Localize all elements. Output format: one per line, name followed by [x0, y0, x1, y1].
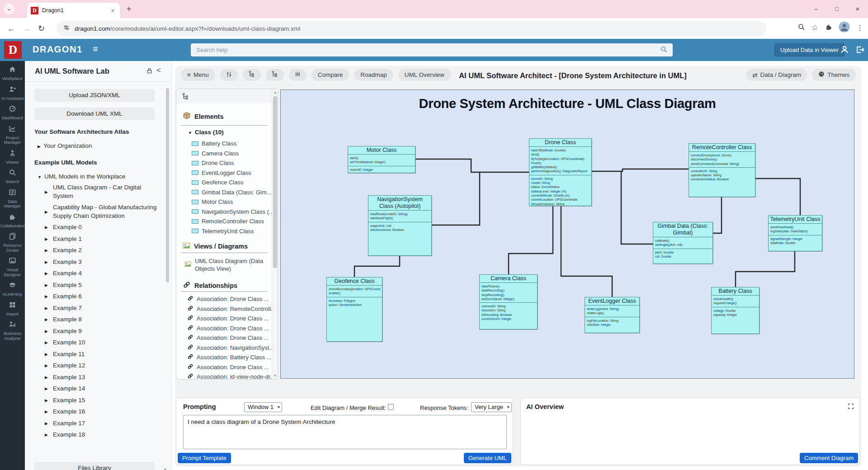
relationship-item-8[interactable]: Association: id-view-node-dr... — [187, 372, 274, 380]
lock-icon[interactable] — [146, 67, 153, 76]
tree-item-example-12[interactable]: ▶Example 12 — [45, 362, 163, 370]
rail-item-dashboard[interactable]: Dashboard — [0, 105, 25, 121]
comment-diagram-button[interactable]: Comment Diagram — [800, 453, 858, 463]
relationship-item-1[interactable]: Association: RemoteControll... — [187, 304, 274, 314]
uml-class-battery-class[interactable]: Battery ClasscheckHealth()requestCharge(… — [711, 287, 760, 334]
address-bar[interactable]: dragon1.com/core/modules/ai/uml-editor.a… — [57, 21, 766, 36]
data-diagram-toggle-button[interactable]: ⇄Data / Diagram — [746, 69, 807, 81]
search-icon[interactable] — [660, 46, 667, 55]
files-library-button[interactable]: Files Library — [34, 462, 155, 470]
rail-item-viewer[interactable]: Viewer — [0, 149, 25, 165]
panel-scrollbar[interactable] — [166, 88, 169, 282]
association-connector-5[interactable] — [592, 169, 689, 171]
association-connector-9[interactable] — [736, 251, 795, 287]
uml-class-motor-class[interactable]: Motor Classstart()setThrottle(level: Int… — [348, 146, 415, 173]
tree-item-example-5[interactable]: ▶Example 5 — [45, 281, 163, 290]
window-minimize-button[interactable]: – — [806, 0, 826, 18]
tree-item-example-17[interactable]: ▶Example 17 — [45, 419, 163, 428]
class-item-drone-class[interactable]: Drone Class — [192, 158, 273, 168]
relationship-item-4[interactable]: Association: Drone Class ... — [187, 333, 274, 343]
scroll-down-chevron-icon[interactable]: ⌄ — [163, 465, 168, 470]
upload-data-in-viewer-button[interactable]: Upload Data in Viewer — [774, 43, 844, 56]
response-tokens-select[interactable]: Very Large — [471, 402, 512, 412]
relationship-item-0[interactable]: Association: Drone Class ... — [187, 294, 274, 304]
explorer-scrollbar[interactable]: ▲ ▼ — [272, 89, 278, 379]
rail-item-visual-designer[interactable]: Visual Designer — [0, 257, 25, 277]
relationship-item-3[interactable]: Association: Drone Class ... — [187, 324, 274, 334]
uml-class-remotecontroller-class[interactable]: RemoteController ClassconnectDrone(drone… — [689, 143, 755, 197]
association-connector-8[interactable] — [755, 179, 800, 215]
class-group-header[interactable]: ▼Class (10) — [188, 129, 224, 136]
forward-icon[interactable]: → — [23, 24, 31, 33]
association-connector-4[interactable] — [561, 206, 612, 297]
tab-search-button[interactable]: ⌄ — [4, 4, 14, 14]
user-account-icon[interactable] — [840, 45, 849, 56]
reload-icon[interactable]: ↻ — [38, 24, 45, 33]
browser-tab[interactable]: D Dragon1 × — [27, 3, 120, 18]
class-item-eventlogger-class[interactable]: EventLogger Class — [192, 168, 273, 178]
class-item-gimbal-data-class-gim[interactable]: Gimbal Data (Class: Gim... — [192, 188, 273, 197]
relationship-item-5[interactable]: Association: NavigationSyst... — [187, 343, 274, 353]
zoom-lens-icon[interactable] — [797, 23, 805, 33]
rail-item-ai-assistant[interactable]: AI Assistant — [0, 85, 25, 101]
tree-item-example-4[interactable]: ▶Example 4 — [45, 269, 163, 278]
window-select[interactable]: Window 1 — [244, 402, 282, 412]
window-close-button[interactable]: × — [847, 0, 868, 18]
class-item-geofence-class[interactable]: Geofence Class — [192, 178, 273, 188]
rail-item-search[interactable]: Search — [0, 169, 25, 184]
view-item-uml-class-diagram[interactable]: UML Class Diagram (Data Objects View) — [184, 257, 270, 273]
diagram-canvas[interactable]: Drone System Architecture - UML Class Di… — [280, 89, 854, 379]
class-item-motor-class[interactable]: Motor Class — [192, 197, 273, 207]
hamburger-menu-icon[interactable]: ≡ — [93, 44, 98, 54]
tree-item-example-0[interactable]: ▶Example 0 — [45, 223, 163, 232]
layout-sliders-button[interactable] — [220, 69, 238, 81]
rail-item-elearning[interactable]: eLearning — [0, 281, 25, 297]
download-uml-xml-button[interactable]: Download UML XML — [34, 108, 155, 120]
tab-close-icon[interactable]: × — [109, 6, 116, 15]
logout-icon[interactable] — [854, 45, 864, 56]
relationship-item-6[interactable]: Association: Battery Class ... — [187, 352, 274, 362]
extensions-puzzle-icon[interactable] — [825, 23, 832, 33]
tree-root-uml-models[interactable]: ▼UML Models in the Workplace — [38, 173, 125, 180]
themes-button[interactable]: Themes — [812, 69, 856, 81]
upload-json-xml-button[interactable]: Upload JSON/XML — [34, 89, 155, 102]
tree-item-example-10[interactable]: ▶Example 10 — [45, 338, 163, 347]
roadmap-button[interactable]: Roadmap — [354, 69, 393, 81]
tree-item-example-14[interactable]: ▶Example 14 — [45, 385, 163, 393]
swimlane-view-button[interactable] — [289, 69, 307, 81]
class-item-battery-class[interactable]: Battery Class — [192, 139, 273, 149]
class-item-navigationsystem-class[interactable]: NavigationSystem Class (... — [192, 207, 273, 217]
uml-class-drone-class[interactable]: Drone ClasstakeOff(altitude: Double)land… — [529, 138, 592, 206]
uml-class-geofence-class[interactable]: Geofence ClasscheckBoundary(location: GP… — [326, 277, 382, 342]
tree-item-example-15[interactable]: ▶Example 15 — [45, 396, 163, 405]
tree-item-example-8[interactable]: ▶Example 8 — [45, 315, 163, 324]
tree-item-capability-map-global-manufacturing-supply-chain-optimization[interactable]: ▶Capability Map - Global Manufacturing S… — [45, 203, 163, 220]
new-tab-button[interactable]: + — [127, 5, 132, 14]
generate-uml-button[interactable]: Generate UML — [464, 453, 511, 463]
tree-view-button[interactable] — [266, 69, 284, 81]
explorer-tree-icon[interactable] — [182, 93, 189, 102]
back-icon[interactable]: ← — [7, 24, 15, 33]
rail-item-project-manager[interactable]: Project Manager — [0, 125, 25, 145]
collapse-panel-icon[interactable]: < — [156, 66, 161, 75]
association-connector-6[interactable] — [621, 171, 653, 244]
rail-item-resource-center[interactable]: Resource Center — [0, 232, 25, 253]
association-connector-1[interactable] — [432, 172, 480, 225]
profile-avatar[interactable] — [839, 21, 850, 34]
tree-item-uml-class-diagram-car-digital-system[interactable]: ▶UML Class Diagram - Car Digital System — [45, 183, 163, 200]
scroll-down-arrow-icon[interactable]: ▼ — [272, 374, 278, 378]
association-connector-7[interactable] — [713, 197, 722, 233]
tree-item-example-2[interactable]: ▶Example 2 — [45, 246, 163, 255]
tree-item-your-organization[interactable]: ▶Your Organization — [38, 142, 92, 149]
compare-button[interactable]: Compare — [311, 69, 349, 81]
rail-item-import[interactable]: Import — [0, 301, 25, 317]
uml-class-eventlogger-class[interactable]: EventLogger ClasswriteLog(event: String)… — [585, 297, 640, 333]
bookmark-star-icon[interactable]: ☆ — [811, 23, 818, 33]
uml-class-gimbal-data-class-gimbal[interactable]: Gimbal Data (Class: Gimbal)calibrate()se… — [653, 222, 713, 264]
rail-item-workplace[interactable]: Workplace — [0, 66, 25, 81]
rail-item-collaboration[interactable]: Collaboration — [0, 213, 25, 229]
tree-item-example-11[interactable]: ▶Example 11 — [45, 350, 163, 359]
class-item-remotecontroller-class[interactable]: RemoteController Class — [192, 216, 273, 226]
hierarchy-view-button[interactable] — [243, 69, 261, 81]
relationship-item-7[interactable]: Association: Drone Class ... — [187, 362, 274, 372]
